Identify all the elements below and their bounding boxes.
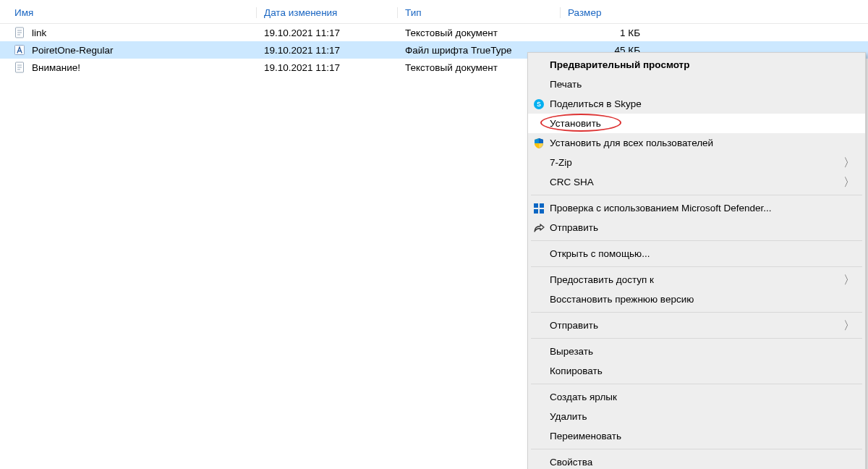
context-menu-label: Вырезать xyxy=(550,346,855,357)
context-menu: Предварительный просмотрПечатьПоделиться… xyxy=(527,52,866,469)
context-menu-item[interactable]: Предварительный просмотр xyxy=(528,55,865,75)
file-name: Внимание! xyxy=(32,62,80,73)
column-header-size[interactable]: Размер xyxy=(561,7,655,18)
context-menu-item[interactable]: Установить xyxy=(528,114,865,133)
context-menu-item[interactable]: Отправить xyxy=(528,218,865,237)
context-menu-item[interactable]: Отправить〉 xyxy=(528,316,865,335)
context-menu-item[interactable]: Удалить xyxy=(528,407,865,426)
file-date: 19.10.2021 11:17 xyxy=(257,45,398,56)
context-menu-item[interactable]: Проверка с использованием Microsoft Defe… xyxy=(528,198,865,218)
column-header-name[interactable]: Имя xyxy=(0,7,257,18)
context-menu-separator xyxy=(531,266,862,267)
column-header-type[interactable]: Тип xyxy=(398,7,561,18)
file-type: Текстовый документ xyxy=(398,28,561,38)
context-menu-label: 7-Zip xyxy=(550,157,843,168)
column-header-date[interactable]: Дата изменения xyxy=(257,7,398,18)
context-menu-item[interactable]: Восстановить прежнюю версию xyxy=(528,290,865,309)
context-menu-item[interactable]: CRC SHA〉 xyxy=(528,172,865,192)
context-menu-item[interactable]: Копировать xyxy=(528,361,865,381)
context-menu-label: CRC SHA xyxy=(550,177,843,187)
context-menu-item[interactable]: Предоставить доступ к〉 xyxy=(528,270,865,290)
chevron-right-icon: 〉 xyxy=(843,157,855,169)
context-menu-item[interactable]: Создать ярлык xyxy=(528,387,865,407)
context-menu-separator xyxy=(531,449,862,449)
file-row[interactable]: link19.10.2021 11:17Текстовый документ1 … xyxy=(0,24,868,41)
context-menu-item[interactable]: Печать xyxy=(528,75,865,94)
context-menu-label: Отправить xyxy=(550,222,855,233)
defender-icon xyxy=(528,200,550,216)
text-file-icon xyxy=(13,26,26,39)
file-name: PoiretOne-Regular xyxy=(32,45,114,56)
context-menu-item[interactable]: 7-Zip〉 xyxy=(528,153,865,172)
context-menu-label: Предоставить доступ к xyxy=(550,274,843,285)
context-menu-label: Проверка с использованием Microsoft Defe… xyxy=(550,203,855,214)
context-menu-label: Печать xyxy=(550,79,855,90)
context-menu-item[interactable]: Установить для всех пользователей xyxy=(528,133,865,153)
context-menu-label: Открыть с помощью... xyxy=(550,248,855,259)
chevron-right-icon: 〉 xyxy=(843,177,855,188)
context-menu-item[interactable]: Поделиться в Skype xyxy=(528,94,865,114)
context-menu-separator xyxy=(531,195,862,195)
context-menu-separator xyxy=(531,384,862,384)
context-menu-label: Поделиться в Skype xyxy=(550,98,855,109)
context-menu-label: Восстановить прежнюю версию xyxy=(550,294,855,305)
context-menu-item[interactable]: Открыть с помощью... xyxy=(528,244,865,263)
context-menu-label: Удалить xyxy=(550,411,855,422)
skype-icon xyxy=(528,96,550,112)
context-menu-label: Переименовать xyxy=(550,431,855,441)
context-menu-separator xyxy=(531,240,862,241)
shield-icon xyxy=(528,135,550,151)
context-menu-label: Создать ярлык xyxy=(550,392,855,402)
context-menu-label: Установить для всех пользователей xyxy=(550,138,855,148)
context-menu-item[interactable]: Переименовать xyxy=(528,426,865,446)
file-name: link xyxy=(32,28,46,38)
context-menu-item[interactable]: Вырезать xyxy=(528,342,865,361)
context-menu-label: Отправить xyxy=(550,320,843,331)
context-menu-label: Копировать xyxy=(550,366,855,376)
chevron-right-icon: 〉 xyxy=(843,320,855,331)
share-icon xyxy=(528,220,550,236)
file-list-header: Имя Дата изменения Тип Размер xyxy=(0,0,868,22)
context-menu-label: Свойства xyxy=(550,457,855,468)
file-date: 19.10.2021 11:17 xyxy=(257,28,398,38)
chevron-right-icon: 〉 xyxy=(843,274,855,286)
text-file-icon xyxy=(13,61,26,74)
context-menu-item[interactable]: Свойства xyxy=(528,452,865,469)
context-menu-label: Предварительный просмотр xyxy=(550,59,855,70)
file-size: 1 КБ xyxy=(561,28,655,38)
context-menu-separator xyxy=(531,312,862,313)
file-date: 19.10.2021 11:17 xyxy=(257,62,398,73)
context-menu-separator xyxy=(531,338,862,339)
context-menu-label: Установить xyxy=(550,118,855,129)
font-file-icon xyxy=(13,43,26,56)
